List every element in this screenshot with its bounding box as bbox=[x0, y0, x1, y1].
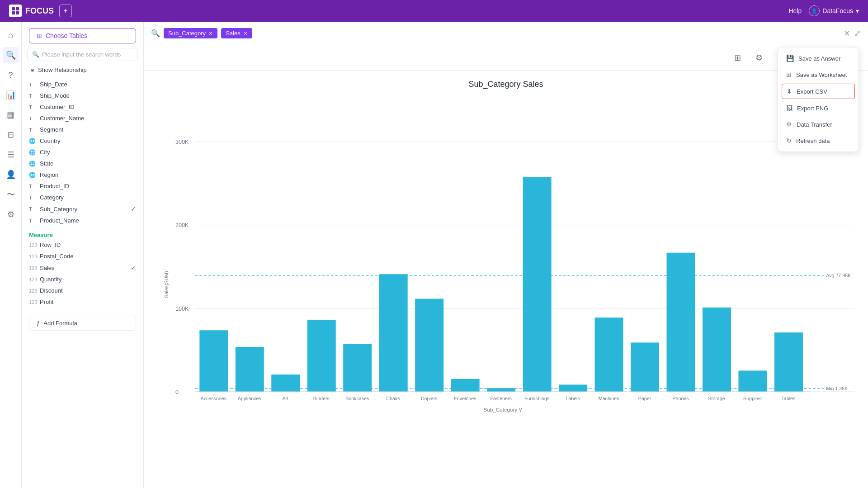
data-transfer-label: Data Transfer bbox=[797, 121, 832, 128]
sidebar-list-icon[interactable]: ☰ bbox=[3, 147, 19, 163]
show-relationship-toggle[interactable]: ⎈ Show Relationship bbox=[27, 65, 138, 75]
chart-area: Sub_Category Sales Sales(SUM) 300K 200K … bbox=[144, 71, 868, 488]
field-item[interactable]: T Ship_Date bbox=[22, 79, 143, 90]
export-csv-item[interactable]: ⬇ Export CSV bbox=[782, 84, 855, 99]
field-name: Customer_ID bbox=[40, 104, 75, 110]
field-type-icon: T bbox=[29, 82, 36, 87]
field-item[interactable]: 🌐 City bbox=[22, 147, 143, 158]
save-as-answer-item[interactable]: 💾 Save as Answer bbox=[778, 50, 859, 66]
navbar-right: Help 👤 DataFocus ▾ bbox=[789, 5, 859, 16]
field-name: State bbox=[40, 160, 53, 167]
sidebar-settings-icon[interactable]: ⚙ bbox=[3, 206, 19, 223]
measure-item[interactable]: 123 Profit bbox=[22, 296, 143, 308]
sidebar-chart-icon[interactable]: 📊 bbox=[3, 87, 19, 103]
field-name: City bbox=[40, 149, 50, 156]
field-item[interactable]: T Product_ID bbox=[22, 180, 143, 192]
field-name: Product_Name bbox=[40, 217, 79, 224]
measure-type-icon: 123 bbox=[29, 288, 36, 294]
user-chevron-icon: ▾ bbox=[856, 7, 859, 14]
field-item[interactable]: T Customer_ID bbox=[22, 101, 143, 113]
field-name: Country bbox=[40, 137, 61, 144]
measure-item[interactable]: 123 Postal_Code bbox=[22, 251, 143, 262]
field-item[interactable]: T Segment bbox=[22, 124, 143, 135]
settings-icon-button[interactable]: ⚙ bbox=[751, 50, 767, 66]
sidebar-analytics-icon[interactable]: 〜 bbox=[3, 186, 19, 203]
measure-item[interactable]: 123 Sales ✓ bbox=[22, 262, 143, 274]
field-item[interactable]: 🌐 State bbox=[22, 158, 143, 169]
new-tab-button[interactable]: + bbox=[59, 5, 72, 17]
sidebar-question-icon[interactable]: ? bbox=[3, 67, 19, 83]
expand-search-icon[interactable]: ⤢ bbox=[854, 28, 861, 38]
transfer-icon: ⚙ bbox=[786, 121, 792, 128]
show-relationship-label: Show Relationship bbox=[38, 66, 87, 73]
sidebar-home-icon[interactable]: ⌂ bbox=[3, 27, 19, 43]
chart-toolbar: ⊞ ⚙ ▦ ↻ Actions ▾ bbox=[144, 45, 868, 71]
measure-type-icon: 123 bbox=[29, 277, 36, 282]
sidebar-user-icon[interactable]: 👤 bbox=[3, 166, 19, 183]
svg-rect-34 bbox=[523, 177, 552, 392]
svg-text:Art: Art bbox=[282, 396, 288, 401]
svg-text:Accessories: Accessories bbox=[201, 396, 226, 401]
save-as-worksheet-item[interactable]: ⊞ Save as Worksheet bbox=[778, 66, 859, 83]
sidebar-search-icon[interactable]: 🔍 bbox=[3, 47, 19, 63]
choose-tables-button[interactable]: ⊞ Choose Tables bbox=[29, 28, 136, 43]
measure-item-left: 123 Row_ID bbox=[29, 242, 61, 248]
actions-dropdown: 💾 Save as Answer ⊞ Save as Worksheet ⬇ E… bbox=[778, 47, 859, 152]
measure-type-icon: 123 bbox=[29, 242, 36, 248]
tag-sub-category-close[interactable]: ✕ bbox=[208, 30, 213, 37]
y-axis-label: Sales(SUM) bbox=[164, 271, 169, 298]
user-menu-button[interactable]: 👤 DataFocus ▾ bbox=[809, 5, 859, 16]
icon-sidebar: ⌂ 🔍 ? 📊 ▦ ⊟ ☰ 👤 〜 ⚙ bbox=[0, 22, 22, 488]
field-item[interactable]: T Ship_Mode bbox=[22, 90, 143, 101]
sidebar-board-icon[interactable]: ⊟ bbox=[3, 127, 19, 143]
export-png-label: Export PNG bbox=[797, 105, 828, 112]
svg-rect-36 bbox=[559, 384, 587, 392]
search-input[interactable] bbox=[256, 30, 840, 37]
svg-rect-38 bbox=[595, 317, 623, 392]
sidebar-table-icon[interactable]: ▦ bbox=[3, 107, 19, 123]
field-item[interactable]: T Customer_Name bbox=[22, 113, 143, 124]
field-type-icon: 🌐 bbox=[29, 172, 36, 178]
tag-sales-close[interactable]: ✕ bbox=[243, 30, 248, 37]
export-png-item[interactable]: 🖼 Export PNG bbox=[778, 100, 859, 116]
measure-item-left: 123 Sales bbox=[29, 265, 55, 271]
search-bar-icon[interactable]: 🔍 bbox=[151, 29, 160, 38]
field-name: Sub_Category bbox=[40, 206, 77, 213]
dimension-fields: T Ship_Date T Ship_Mode T Customer_ID T … bbox=[22, 79, 143, 230]
layout-icon-button[interactable]: ⊞ bbox=[729, 50, 745, 66]
svg-rect-18 bbox=[236, 347, 264, 392]
tag-sales-label: Sales bbox=[226, 30, 241, 37]
svg-text:Binders: Binders bbox=[313, 396, 330, 401]
main-layout: ⌂ 🔍 ? 📊 ▦ ⊟ ☰ 👤 〜 ⚙ ⊞ Choose Tables 🔍 Pl… bbox=[0, 22, 868, 488]
field-type-icon: T bbox=[29, 93, 36, 99]
field-name: Region bbox=[40, 171, 58, 178]
svg-rect-3 bbox=[16, 11, 19, 14]
refresh-data-label: Refresh data bbox=[796, 137, 830, 144]
field-item[interactable]: 🌐 Country bbox=[22, 135, 143, 147]
measure-item[interactable]: 123 Discount bbox=[22, 285, 143, 296]
measure-name: Discount bbox=[40, 287, 63, 294]
measure-item[interactable]: 123 Row_ID bbox=[22, 239, 143, 251]
svg-text:Furnishings: Furnishings bbox=[524, 396, 549, 401]
navbar-left: FOCUS + bbox=[9, 5, 72, 17]
field-item-left: T Product_ID bbox=[29, 183, 69, 190]
svg-text:Sub_Category ∨: Sub_Category ∨ bbox=[484, 407, 523, 412]
field-item[interactable]: T Product_Name bbox=[22, 215, 143, 226]
refresh-data-item[interactable]: ↻ Refresh data bbox=[778, 133, 859, 149]
export-csv-icon: ⬇ bbox=[787, 88, 792, 95]
relationship-icon: ⎈ bbox=[31, 66, 34, 73]
add-formula-button[interactable]: ƒ Add Formula bbox=[29, 316, 136, 331]
clear-search-icon[interactable]: ✕ bbox=[844, 28, 850, 38]
measure-item[interactable]: 123 Quantity bbox=[22, 274, 143, 285]
field-name: Category bbox=[40, 194, 64, 201]
measure-type-icon: 123 bbox=[29, 299, 36, 305]
field-item[interactable]: 🌐 Region bbox=[22, 169, 143, 180]
field-item[interactable]: T Sub_Category ✓ bbox=[22, 203, 143, 215]
help-link[interactable]: Help bbox=[789, 7, 802, 14]
field-item-left: T Ship_Mode bbox=[29, 92, 70, 99]
data-transfer-item[interactable]: ⚙ Data Transfer bbox=[778, 116, 859, 133]
field-item-left: T Customer_Name bbox=[29, 115, 84, 122]
svg-rect-20 bbox=[271, 374, 300, 392]
field-search-box[interactable]: 🔍 Please input the search words bbox=[27, 48, 138, 61]
field-item[interactable]: T Category bbox=[22, 192, 143, 203]
